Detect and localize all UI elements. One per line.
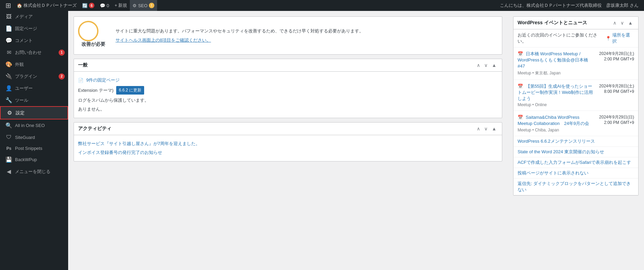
site-name-button[interactable]: 🏠 株式会社ＤＰパートナーズ <box>14 0 79 11</box>
sidebar-item-postsnippets[interactable]: Ps Post Snippets <box>0 143 68 154</box>
event-cal-icon-3: 📅 <box>518 115 523 120</box>
sidebar-item-label-aioseo: All in One SEO <box>15 123 65 128</box>
comments-button[interactable]: 💬 0 <box>97 0 112 11</box>
pages-count-link[interactable]: 9件の固定ページ <box>86 77 120 83</box>
event-1-info: 📅 日本橋 WordPress Meetup / WordPressもくもく勉強… <box>518 51 594 76</box>
sidebar-item-plugins[interactable]: 🔌 プラグイン 2 <box>0 70 68 82</box>
collapse-up-button[interactable]: ∧ <box>475 62 481 69</box>
update-theme-button[interactable]: 6.6.2 に更新 <box>116 86 144 95</box>
sidebar-item-label-backwpup: BackWPup <box>15 157 65 162</box>
location-select-link[interactable]: 📍 場所を選択 <box>605 32 634 44</box>
home-icon: 🏠 <box>17 3 22 8</box>
updates-badge: 6 <box>89 3 94 8</box>
news-link-2: State of the Word 2024 東京開催のお知らせ <box>513 147 638 157</box>
news-link-anchor-2[interactable]: State of the Word 2024 東京開催のお知らせ <box>518 149 604 154</box>
sidebar-item-label-settings: 設定 <box>16 110 64 116</box>
news-link-4: 投稿ページがサイトに表示されない <box>513 168 638 179</box>
news-collapse-up[interactable]: ∧ <box>612 19 618 26</box>
sidebar-item-siteguard[interactable]: 🛡 SiteGuard <box>0 131 68 143</box>
sidebar-item-contact[interactable]: ✉ お問い合わせ 1 <box>0 46 68 58</box>
news-collapse-down[interactable]: ∨ <box>619 19 625 26</box>
sidebar-item-label-media: メディア <box>15 14 65 20</box>
event-3-time: 2:00 PM GMT+9 <box>597 120 634 125</box>
seo-label: SEO <box>138 3 147 8</box>
sidebar-item-settings[interactable]: ⚙ 設定 <box>0 106 68 119</box>
site-name-label: 株式会社ＤＰパートナーズ <box>24 2 77 9</box>
health-description-text: サイトに重大な問題があります。パフォーマンスやセキュリティを改善するため、できる… <box>116 28 498 35</box>
wp-logo-button[interactable]: ⊞ <box>3 0 14 11</box>
toggle-button[interactable]: ▲ <box>490 62 498 69</box>
sidebar-item-pages[interactable]: 📄 固定ページ <box>0 23 68 34</box>
postsnippets-icon: Ps <box>5 146 12 151</box>
sidebar-item-tools[interactable]: 🔧 ツール <box>0 94 68 106</box>
new-content-button[interactable]: + 新規 <box>112 0 130 11</box>
news-toggle[interactable]: ▲ <box>627 19 634 26</box>
seo-button[interactable]: ⚙ SEO ! <box>130 0 157 11</box>
sidebar-item-label-tools: ツール <box>15 97 65 103</box>
sidebar-item-appearance[interactable]: 🎨 外観 <box>0 58 68 70</box>
activity-link-2[interactable]: インボイス登録番号の発行完了のお知らせ <box>78 150 162 156</box>
sidebar-item-label-siteguard: SiteGuard <box>15 135 65 140</box>
news-intro-text: お近くの次回のイベントにご参加ください。 <box>518 32 605 44</box>
news-link-anchor-3[interactable]: ACFで作成した入力フォームがSafariで表示崩れを起こす <box>518 160 631 165</box>
news-link-anchor-4[interactable]: 投稿ページがサイトに表示されない <box>518 170 588 175</box>
settings-icon: ⚙ <box>6 110 13 116</box>
siteguard-icon: 🛡 <box>5 134 12 140</box>
sidebar-item-label-plugins: プラグイン <box>15 73 56 80</box>
sidebar-item-media[interactable]: 🖼 メディア <box>0 11 68 23</box>
pages-icon: 📄 <box>5 25 12 32</box>
admin-sidebar: 🖼 メディア 📄 固定ページ 💬 コメント ✉ お問い合わせ 1 🎨 外観 <box>0 11 68 270</box>
sidebar-item-backwpup[interactable]: 💾 BackWPup <box>0 154 68 166</box>
news-link-anchor-5[interactable]: 返信先: ダイナミックブロックをパターンとして追加できない <box>518 181 631 192</box>
activity-link-1[interactable]: 弊社サービス『サイト引越し屋さん』が7周年を迎えました。 <box>78 141 200 147</box>
appearance-icon: 🎨 <box>5 61 12 68</box>
seo-alert-badge: ! <box>149 3 154 8</box>
news-controls: ∧ ∨ ▲ <box>612 19 634 26</box>
plugins-icon: 🔌 <box>5 73 12 80</box>
site-health-content: 改善が必要 サイトに重大な問題があります。パフォーマンスやセキュリティを改善する… <box>74 17 502 54</box>
sidebar-item-users[interactable]: 👤 ユーザー <box>0 82 68 94</box>
activity-item-1: 弊社サービス『サイト引越し屋さん』が7周年を迎えました。 <box>78 139 498 148</box>
new-label: + 新規 <box>114 2 127 9</box>
sidebar-item-comments[interactable]: 💬 コメント <box>0 34 68 46</box>
news-widget-header: WordPress イベントとニュース ∧ ∨ ▲ <box>513 17 638 29</box>
pages-row: 📄 9件の固定ページ <box>78 76 498 85</box>
close-menu-icon: ◀ <box>5 168 12 175</box>
event-3-title[interactable]: Saitama&Chiba WordPress Meetup Collabora… <box>518 115 589 126</box>
sidebar-item-close-menu[interactable]: ◀ メニューを閉じる <box>0 166 68 177</box>
backwpup-icon: 💾 <box>5 156 12 163</box>
health-link[interactable]: サイトヘルス画面上の8項目をご確認ください。 <box>116 38 211 43</box>
event-1-title[interactable]: 日本橋 WordPress Meetup / WordPressもくもく勉強会@… <box>518 51 588 69</box>
sidebar-item-label-comments: コメント <box>15 38 65 44</box>
contact-badge: 1 <box>59 49 65 56</box>
event-2-meta: Meetup • Online <box>518 102 594 107</box>
event-item-3: 📅 Saitama&Chiba WordPress Meetup Collabo… <box>513 111 638 136</box>
event-2-info: 📅 【第55回】生成AIを使ったショートムービー制作実演！Web制作に活用しよう… <box>518 83 594 108</box>
collapse-down-button[interactable]: ∨ <box>483 62 489 69</box>
sidebar-item-label-users: ユーザー <box>15 85 65 91</box>
site-health-widget: 改善が必要 サイトに重大な問題があります。パフォーマンスやセキュリティを改善する… <box>74 16 502 55</box>
health-link-para: サイトヘルス画面上の8項目をご確認ください。 <box>116 37 498 43</box>
activity-collapse-down[interactable]: ∨ <box>483 125 489 132</box>
theme-row: Extension テーマ) 6.6.2 に更新 <box>78 85 498 96</box>
event-2-title[interactable]: 【第55回】生成AIを使ったショートムービー制作実演！Web制作に活用しよう <box>518 84 593 101</box>
event-1-meta: Meetup • 東京都, Japan <box>518 70 594 76</box>
tools-icon: 🔧 <box>5 97 12 103</box>
updates-button[interactable]: 🔄 6 <box>79 0 97 11</box>
spam-text: ログをスパムから保護しています。 <box>78 97 149 103</box>
activity-collapse-up[interactable]: ∧ <box>475 125 481 132</box>
general-widget-header: 一般 ∧ ∨ ▲ <box>74 59 502 72</box>
event-3-row: 📅 Saitama&Chiba WordPress Meetup Collabo… <box>518 114 634 132</box>
sidebar-item-label-contact: お問い合わせ <box>15 49 56 56</box>
comments-count: 0 <box>107 3 109 8</box>
sidebar-item-aioseo[interactable]: 🔍 All in One SEO <box>0 119 68 131</box>
event-1-date-block: 2024年9月28日(土) 2:00 PM GMT+9 <box>597 51 634 61</box>
activity-widget: アクティビティ ∧ ∨ ▲ 弊社サービス『サイト引越し屋さん』が7周年を迎えまし… <box>74 122 502 161</box>
spam-row: ログをスパムから保護しています。 <box>78 96 498 105</box>
event-1-time: 2:00 PM GMT+9 <box>597 57 634 61</box>
event-item-2: 📅 【第55回】生成AIを使ったショートムービー制作実演！Web制作に活用しよう… <box>513 80 638 111</box>
news-link-anchor-1[interactable]: WordPress 6.6.2メンテナンスリリース <box>518 139 595 144</box>
activity-toggle[interactable]: ▲ <box>490 125 498 132</box>
aioseo-icon: 🔍 <box>5 122 12 129</box>
main-layout: 🖼 メディア 📄 固定ページ 💬 コメント ✉ お問い合わせ 1 🎨 外観 <box>0 11 644 270</box>
